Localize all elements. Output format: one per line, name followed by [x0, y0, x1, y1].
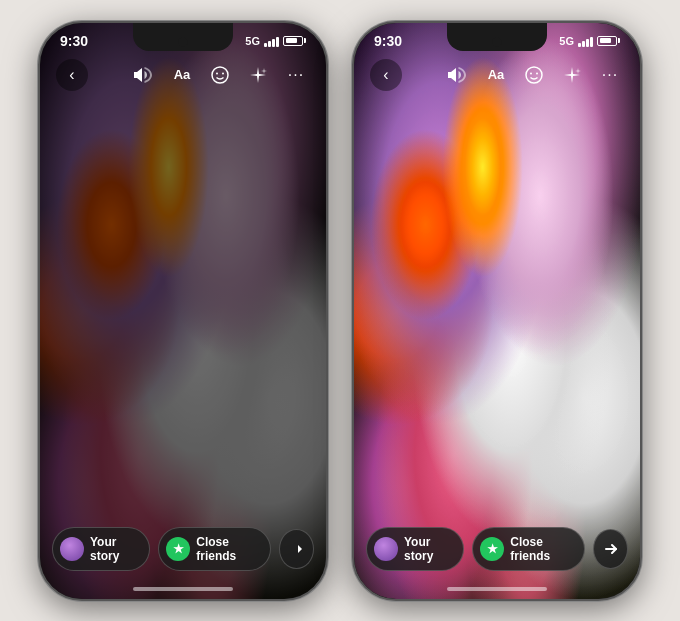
- home-indicator-dark: [133, 587, 233, 591]
- svg-point-5: [536, 72, 538, 74]
- toolbar-dark: ‹ Aa: [40, 53, 326, 97]
- close-friends-button-bright[interactable]: ★ Close friends: [472, 527, 585, 571]
- phone-bright-wrapper: 9:30 5G: [352, 21, 642, 601]
- network-label-bright: 5G: [559, 35, 574, 47]
- camera-dot-bright: [492, 37, 502, 47]
- toolbar-right-dark: Aa: [130, 61, 310, 89]
- power-button-bright: [640, 143, 642, 193]
- svg-point-2: [222, 72, 224, 74]
- close-friends-icon-dark: ★: [166, 537, 190, 561]
- status-icons-bright: 5G: [559, 35, 620, 47]
- sticker-icon-bright[interactable]: [520, 61, 548, 89]
- close-friends-label-dark: Close friends: [196, 535, 258, 563]
- your-story-avatar-bright: [374, 537, 398, 561]
- phone-dark-wrapper: 9:30 5G: [38, 21, 328, 601]
- sound-icon-dark[interactable]: [130, 61, 158, 89]
- svg-point-1: [216, 72, 218, 74]
- status-time-dark: 9:30: [60, 33, 88, 49]
- sound-icon-bright[interactable]: [444, 61, 472, 89]
- flower-background-dark: [40, 23, 326, 599]
- status-time-bright: 9:30: [374, 33, 402, 49]
- phone-dark: 9:30 5G: [38, 21, 328, 601]
- power-button: [326, 143, 328, 193]
- back-button-dark[interactable]: ‹: [56, 59, 88, 91]
- your-story-label-bright: Your story: [404, 535, 451, 563]
- network-label-dark: 5G: [245, 35, 260, 47]
- battery-icon-bright: [597, 36, 620, 46]
- text-icon-dark[interactable]: Aa: [168, 61, 196, 89]
- send-button-bright[interactable]: [593, 529, 628, 569]
- your-story-avatar-dark: [60, 537, 84, 561]
- svg-point-3: [526, 67, 542, 83]
- your-story-label-dark: Your story: [90, 535, 137, 563]
- your-story-button-bright[interactable]: Your story: [366, 527, 464, 571]
- sparkle-icon-bright[interactable]: [558, 61, 586, 89]
- status-icons-dark: 5G: [245, 35, 306, 47]
- toolbar-right-bright: Aa: [444, 61, 624, 89]
- toolbar-bright: ‹ Aa: [354, 53, 640, 97]
- close-friends-icon-bright: ★: [480, 537, 504, 561]
- camera-dot: [178, 37, 188, 47]
- more-icon-dark[interactable]: ···: [282, 61, 310, 89]
- send-button-dark[interactable]: [279, 529, 314, 569]
- phone-bright: 9:30 5G: [352, 21, 642, 601]
- svg-point-0: [212, 67, 228, 83]
- phone-bright-screen: 9:30 5G: [354, 23, 640, 599]
- sparkle-icon-dark[interactable]: [244, 61, 272, 89]
- phone-dark-screen: 9:30 5G: [40, 23, 326, 599]
- signal-icon-dark: [264, 35, 279, 47]
- text-icon-bright[interactable]: Aa: [482, 61, 510, 89]
- home-indicator-bright: [447, 587, 547, 591]
- back-button-bright[interactable]: ‹: [370, 59, 402, 91]
- more-icon-bright[interactable]: ···: [596, 61, 624, 89]
- signal-icon-bright: [578, 35, 593, 47]
- flower-background-bright: [354, 23, 640, 599]
- close-friends-button-dark[interactable]: ★ Close friends: [158, 527, 271, 571]
- svg-point-4: [530, 72, 532, 74]
- close-friends-label-bright: Close friends: [510, 535, 572, 563]
- sticker-icon-dark[interactable]: [206, 61, 234, 89]
- your-story-button-dark[interactable]: Your story: [52, 527, 150, 571]
- battery-icon-dark: [283, 36, 306, 46]
